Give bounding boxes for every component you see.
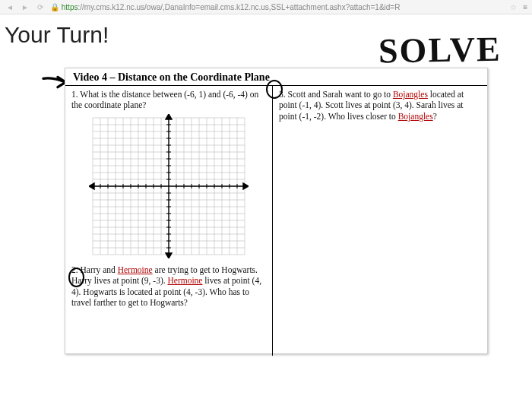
menu-icon[interactable]: ≡ [523,3,527,11]
url-host: ://my.cms.k12.nc.us [78,3,144,11]
question-1: 1. What is the distance between (-6, 1) … [71,89,266,111]
worksheet-right-column: 3. Scott and Sarah want to go to Bojangl… [273,86,487,356]
question-2: 2. Harry and Hermoine are trying to get … [71,264,266,309]
q3-text-a: Scott and Sarah want to go to [288,90,393,99]
q3-text-c: ? [433,112,437,121]
q2-text-a: Harry and [81,265,118,274]
svg-marker-46 [89,183,94,189]
forward-button[interactable]: ► [20,2,30,12]
question-3: 3. Scott and Sarah want to go to Bojangl… [279,89,481,122]
worksheet: Video 4 – Distance on the Coordinate Pla… [65,68,488,354]
handwritten-annotation: SOLVE [378,29,502,71]
q1-number: 1. [71,90,78,99]
worksheet-left-column: 1. What is the distance between (-6, 1) … [65,86,273,356]
q3-underline-2: Bojangles [398,112,433,121]
q3-underline-1: Bojangles [393,90,428,99]
page-title: Your Turn! [5,22,109,48]
address-bar[interactable]: 🔒 https://my.cms.k12.nc.us/owa/,DanaInfo… [50,3,505,11]
url-scheme: https [62,3,78,11]
svg-marker-45 [166,253,172,258]
browser-chrome: ◄ ► ⟳ 🔒 https://my.cms.k12.nc.us/owa/,Da… [0,0,532,14]
page-body: Your Turn! SOLVE Video 4 – Distance on t… [0,14,532,399]
bookmark-star-icon[interactable]: ☆ [510,3,517,11]
reload-button[interactable]: ⟳ [35,2,46,12]
circle-annotation-q2 [68,268,84,287]
coordinate-plane [89,114,249,258]
q1-text: What is the distance between (-6, 1) and… [71,90,258,109]
back-button[interactable]: ◄ [5,2,15,12]
svg-marker-44 [166,114,172,119]
q2-underline-2: Hermoine [167,276,202,285]
circle-annotation-q3 [266,80,283,99]
lock-icon: 🔒 [50,3,59,11]
svg-marker-47 [243,183,249,189]
url-path: /owa/,DanaInfo=email.cms.k12.nc.us,SSL+a… [144,3,400,11]
q2-underline-1: Hermoine [118,265,153,274]
